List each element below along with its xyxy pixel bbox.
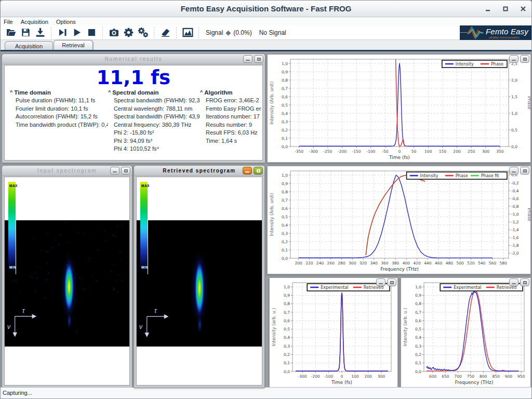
svg-text:0,0: 0,0 [282, 256, 288, 261]
svg-text:400: 400 [403, 261, 410, 265]
result-item: Fourier limit duration: 10,1 fs [10, 105, 108, 113]
svg-text:650: 650 [442, 374, 449, 379]
svg-text:950: 950 [517, 374, 525, 379]
svg-text:0,4: 0,4 [282, 223, 288, 228]
panel-maximize-button[interactable] [520, 55, 529, 63]
svg-text:-1,8: -1,8 [511, 243, 519, 248]
status-text: Capturing... [3, 390, 32, 396]
svg-text:Phase: Phase [491, 62, 503, 66]
close-button[interactable] [520, 5, 526, 12]
panel-maximize-button[interactable] [520, 278, 529, 286]
svg-text:320: 320 [360, 261, 367, 265]
nu-axis-label: ν [7, 323, 10, 330]
result-item: Pulse duration (FWHM): 11,1 fs [10, 97, 108, 105]
import-button[interactable] [33, 26, 47, 39]
svg-text:0,9: 0,9 [282, 181, 288, 186]
svg-text:Frequency (THz): Frequency (THz) [380, 267, 418, 272]
panel-maximize-button[interactable] [254, 55, 263, 63]
logo-text: Femto Easy [486, 27, 528, 36]
svg-text:0,9: 0,9 [282, 70, 288, 74]
settings-button[interactable] [122, 26, 135, 39]
save-icon [20, 27, 31, 38]
start-acquisition-button[interactable] [70, 26, 84, 39]
svg-text:0,6: 0,6 [415, 318, 421, 323]
results-group-header[interactable]: ^Spectral domain [108, 89, 200, 96]
single-acquisition-button[interactable] [56, 26, 69, 39]
svg-text:2,0: 2,0 [511, 78, 517, 83]
result-item: FROG error: 3,46E-2 [200, 97, 261, 105]
svg-text:-1,2: -1,2 [511, 220, 519, 224]
svg-text:-100: -100 [366, 149, 375, 154]
results-group-header[interactable]: ^Algorithm [200, 89, 261, 96]
svg-text:1,0: 1,0 [511, 111, 517, 116]
result-item: Spectral bandwidth (FWHM): 43,93 THz [108, 113, 200, 121]
save-button[interactable] [19, 26, 32, 39]
panel-maximize-button[interactable] [254, 167, 263, 175]
svg-text:-300: -300 [298, 374, 307, 379]
camera-settings-button[interactable] [107, 26, 121, 39]
svg-text:0,3: 0,3 [282, 231, 288, 236]
stop-acquisition-button[interactable] [85, 26, 98, 39]
results-group-header[interactable]: ^Time domain [10, 89, 108, 96]
svg-text:0,8: 0,8 [282, 78, 288, 83]
spectrogram-axes [5, 177, 129, 385]
signal-label: Signal [206, 29, 223, 36]
tab-retrieval[interactable]: Retrieval [54, 40, 93, 50]
svg-text:0,2: 0,2 [284, 352, 290, 357]
menu-acquisition[interactable]: Acquisition [21, 19, 48, 25]
menu-file[interactable]: File [4, 19, 13, 25]
panel-input-spectrogram-titlebar[interactable]: Input spectrogram [2, 166, 132, 176]
folder-open-icon [6, 27, 17, 38]
panel-maximize-button[interactable] [387, 278, 396, 286]
signal-diamond-icon: ◆ [225, 29, 231, 36]
panel-minimize-button[interactable] [243, 167, 252, 175]
result-item: Femto Easy FROG error: 5,1 [200, 105, 261, 113]
svg-text:0,6: 0,6 [284, 318, 290, 323]
advanced-settings-button[interactable] [136, 26, 150, 39]
panel-minimize-button[interactable] [509, 55, 518, 63]
close-icon [520, 6, 526, 12]
svg-text:200: 200 [365, 374, 373, 379]
toolbar-separator [176, 27, 177, 38]
svg-text:0,9: 0,9 [284, 293, 290, 298]
open-file-button[interactable] [4, 26, 18, 39]
panel-minimize-button[interactable] [243, 55, 252, 63]
svg-text:280: 280 [338, 261, 345, 265]
panel-temporal-profile: Retrieved temporal profile 0,00,10,20,30… [267, 54, 531, 163]
svg-text:-1,4: -1,4 [511, 228, 519, 232]
panel-retrieved-spectrogram-titlebar[interactable]: Retrieved spectrogram [134, 166, 264, 176]
step-forward-icon [57, 27, 68, 38]
window-titlebar[interactable]: Femto Easy Acquisition Software - Fast F… [1, 1, 531, 17]
svg-text:-0,6: -0,6 [511, 196, 519, 201]
panel-title: Numerical results [2, 56, 265, 62]
autocorrelation-chart: 0,00,10,20,30,40,50,60,70,80,91,0-300-20… [270, 278, 397, 387]
panel-minimize-button[interactable] [509, 278, 518, 286]
panel-numerical-results-titlebar[interactable]: Numerical results [2, 54, 265, 64]
signal-indicator: Signal ◆ (0.0%) No Signal [206, 29, 286, 36]
svg-text:260: 260 [327, 261, 335, 265]
svg-text:0,7: 0,7 [415, 310, 421, 315]
minimize-button[interactable] [484, 5, 491, 12]
svg-text:Time (fs): Time (fs) [389, 155, 410, 160]
svg-text:-2,0: -2,0 [511, 251, 519, 256]
maximize-button[interactable] [502, 5, 509, 12]
2w-spectrum-chart: 0,00,10,20,30,40,50,60,70,80,91,06006507… [401, 278, 530, 387]
panel-maximize-button[interactable] [520, 167, 529, 175]
tab-acquisition[interactable]: Acquisition [5, 41, 53, 50]
svg-text:200: 200 [453, 149, 461, 154]
panel-spectral-profile: Retrieved spectral profile 0,00,10,20,30… [267, 165, 531, 275]
svg-text:Intensity: Intensity [420, 174, 438, 178]
panel-maximize-button[interactable] [121, 167, 130, 175]
clear-button[interactable] [158, 26, 172, 39]
svg-text:0,4: 0,4 [284, 335, 290, 340]
menu-options[interactable]: Options [56, 19, 76, 25]
panel-minimize-button[interactable] [509, 167, 518, 175]
panel-minimize-button[interactable] [110, 167, 119, 175]
background-spectrum-button[interactable] [181, 26, 194, 39]
svg-text:700: 700 [454, 374, 462, 379]
retrieved-spectrogram-content: MAX MIN τ ν [136, 177, 262, 385]
panel-minimize-button[interactable] [376, 278, 385, 286]
nu-axis-label: ν [139, 323, 142, 330]
result-item: Result FPS: 6,03 Hz [200, 129, 261, 137]
logo-tagline: ultrafast instrumentation [489, 36, 520, 39]
